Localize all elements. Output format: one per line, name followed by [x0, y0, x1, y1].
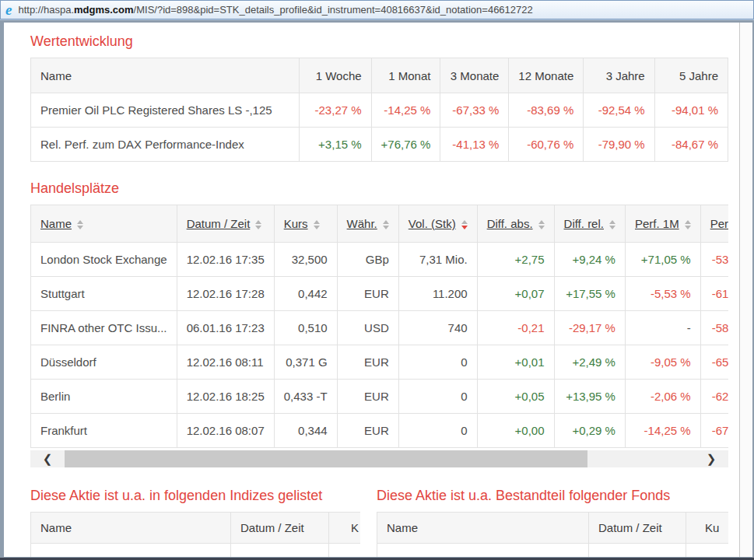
index-price-cell [329, 544, 361, 558]
indices-col-price: K [329, 513, 361, 544]
perf-value-cell: +3,15 % [300, 128, 371, 162]
perf-col-3years: 3 Jahre [584, 58, 654, 93]
perf-name-cell: Premier Oil PLC Registered Shares LS -,1… [31, 93, 300, 128]
sort-header-diff-abs[interactable]: Diff. abs. [477, 205, 554, 243]
sort-header-price[interactable]: Kurs [274, 205, 337, 243]
venue-price-cell: 0,442 [274, 277, 337, 311]
venue-volume-cell: 0 [398, 414, 477, 448]
venue-diff-abs-cell: +0,01 [477, 345, 554, 380]
sort-icon [77, 220, 83, 229]
table-row: Stuttgart 12.02.16 17:28 0,442 EUR 11.20… [31, 277, 729, 311]
venue-diff-rel-cell: +17,55 % [554, 277, 625, 311]
sort-header-diff-rel[interactable]: Diff. rel. [554, 205, 625, 243]
perf-value-cell: -92,54 % [584, 93, 654, 128]
venue-datetime-cell: 12.02.16 17:35 [177, 243, 274, 277]
venue-perf-1m-cell: -14,25 % [625, 414, 700, 448]
indices-section: Diese Aktie ist u.a. in folgenden Indize… [30, 469, 360, 557]
funds-col-name: Name [377, 513, 589, 544]
perf-col-1month: 1 Monat [371, 58, 440, 93]
sort-header-perf-next[interactable]: Perf. [700, 205, 728, 243]
funds-section: Diese Aktie ist u.a. Bestandteil folgend… [377, 469, 728, 557]
venue-volume-cell: 740 [398, 311, 477, 345]
venue-name-cell: Stuttgart [31, 277, 177, 311]
scrollbar-track[interactable] [65, 450, 694, 467]
scroll-left-button[interactable]: ❮ [30, 450, 65, 467]
funds-col-price: Ku [686, 513, 729, 544]
venue-name-cell: Düsseldorf [31, 345, 177, 380]
table-row: Düsseldorf 12.02.16 08:11 0,371 G EUR 0 … [31, 345, 729, 380]
indices-header-row: Name Datum / Zeit K [31, 513, 361, 544]
fund-price-cell: 29,5 [686, 544, 729, 558]
venue-perf-next-cell: -58 [700, 311, 728, 345]
venue-currency-cell: EUR [337, 414, 398, 448]
venue-perf-next-cell: -67 [700, 414, 728, 448]
perf-col-3months: 3 Monate [440, 58, 509, 93]
table-row: MONEGA ROHSTOFFE EUR 12.02.16 08:00 29,5 [377, 544, 729, 558]
venue-price-cell: 0,344 [274, 414, 337, 448]
venue-perf-next-cell: -65 [700, 345, 728, 380]
perf-col-12months: 12 Monate [509, 58, 584, 93]
sort-icon [255, 220, 261, 229]
venue-diff-rel-cell: -29,17 % [554, 311, 625, 345]
venue-datetime-cell: 12.02.16 08:11 [177, 345, 274, 380]
venue-diff-abs-cell: +0,07 [477, 277, 554, 311]
venue-currency-cell: EUR [337, 277, 398, 311]
fund-name-cell: MONEGA ROHSTOFFE EUR [377, 544, 589, 558]
perf-value-cell: -84,67 % [654, 128, 728, 162]
venue-volume-cell: 11.200 [398, 277, 477, 311]
performance-table: Name 1 Woche 1 Monat 3 Monate 12 Monate … [30, 58, 728, 162]
venue-diff-abs-cell: -0,21 [477, 311, 554, 345]
chevron-left-icon: ❮ [43, 452, 53, 466]
horizontal-scrollbar[interactable]: ❮ ❯ [30, 450, 728, 467]
venue-perf-1m-cell: - [625, 311, 700, 345]
address-bar[interactable]: e http://haspa.mdgms.com/MIS/?id=898&pid… [0, 0, 754, 19]
perf-col-1week: 1 Woche [300, 58, 371, 93]
venue-datetime-cell: 12.02.16 08:07 [177, 414, 274, 448]
vertical-scrollbar[interactable] [740, 23, 752, 557]
venue-name-cell: London Stock Exchange [31, 243, 177, 277]
perf-value-cell: -23,27 % [300, 93, 371, 128]
venue-price-cell: 32,500 [274, 243, 337, 277]
venues-table-wrapper: Name Datum / Zeit Kurs Währ. Vol. (Stk) … [30, 205, 728, 448]
indices-section-title: Diese Aktie ist u.a. in folgenden Indize… [30, 488, 360, 504]
funds-col-datetime: Datum / Zeit [589, 513, 686, 544]
venue-currency-cell: USD [337, 311, 398, 345]
venue-perf-next-cell: -61 [700, 277, 728, 311]
venue-diff-rel-cell: +0,29 % [554, 414, 625, 448]
venues-section-title: Handelsplätze [30, 180, 739, 197]
venue-diff-rel-cell: +13,95 % [554, 380, 625, 414]
sort-header-currency[interactable]: Währ. [337, 205, 398, 243]
bottom-sections: Diese Aktie ist u.a. in folgenden Indize… [30, 469, 739, 557]
indices-table: Name Datum / Zeit K FTSE 350 - OIL & GAS… [30, 512, 360, 557]
venue-price-cell: 0,433 -T [274, 380, 337, 414]
perf-col-name: Name [31, 58, 300, 93]
indices-table-wrapper: Name Datum / Zeit K FTSE 350 - OIL & GAS… [30, 512, 360, 557]
venue-volume-cell: 0 [398, 345, 477, 380]
venues-header-row: Name Datum / Zeit Kurs Währ. Vol. (Stk) … [31, 205, 729, 243]
sort-header-datetime[interactable]: Datum / Zeit [177, 205, 274, 243]
venue-diff-abs-cell: +0,05 [477, 380, 554, 414]
table-row: Frankfurt 12.02.16 08:07 0,344 EUR 0 +0,… [31, 414, 729, 448]
sort-header-volume[interactable]: Vol. (Stk) [398, 205, 477, 243]
venue-perf-1m-cell: +71,05 % [625, 243, 700, 277]
perf-value-cell: -41,13 % [440, 128, 509, 162]
chevron-right-icon: ❯ [707, 452, 717, 466]
venue-name-cell: Frankfurt [31, 414, 177, 448]
perf-name-cell: Rel. Perf. zum DAX Performance-Index [31, 128, 300, 162]
table-row: Premier Oil PLC Registered Shares LS -,1… [31, 93, 728, 128]
fund-datetime-cell: 12.02.16 08:00 [589, 544, 686, 558]
perf-value-cell: -83,69 % [509, 93, 584, 128]
url-text: http://haspa.mdgms.com/MIS/?id=898&pid=S… [18, 4, 532, 16]
venue-name-cell: Berlin [31, 380, 177, 414]
sort-header-name[interactable]: Name [31, 205, 177, 243]
perf-value-cell: -67,33 % [440, 93, 509, 128]
ie-icon: e [5, 2, 12, 17]
sort-desc-icon [461, 220, 468, 229]
sort-header-perf-1m[interactable]: Perf. 1M [625, 205, 700, 243]
performance-table-wrapper: Name 1 Woche 1 Monat 3 Monate 12 Monate … [30, 58, 728, 162]
sort-icon [538, 220, 545, 229]
scroll-right-button[interactable]: ❯ [694, 450, 728, 467]
scrollbar-thumb[interactable] [65, 450, 587, 467]
venue-currency-cell: EUR [337, 380, 398, 414]
venue-currency-cell: GBp [337, 243, 398, 277]
